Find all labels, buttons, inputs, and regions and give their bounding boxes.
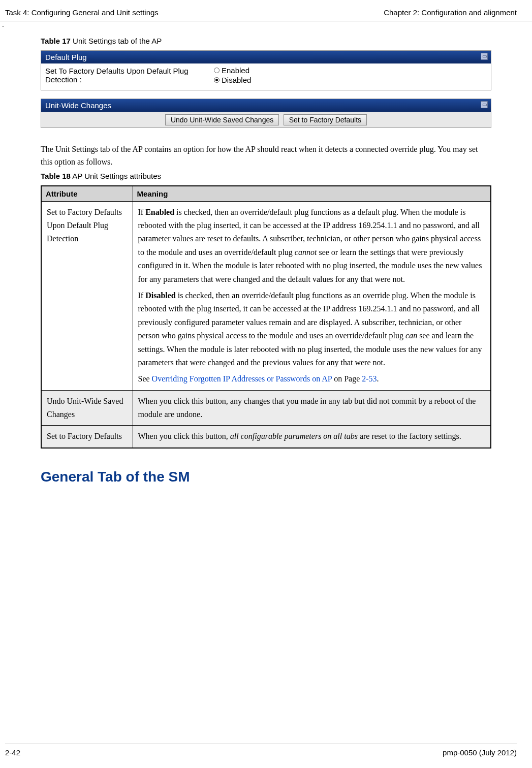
undo-button[interactable]: Undo Unit-Wide Saved Changes [165,114,279,125]
unit-wide-title: Unit-Wide Changes [45,101,111,110]
default-plug-panel: Default Plug ▭ Set To Factory Defaults U… [41,50,491,90]
section-heading: General Tab of the SM [41,469,491,485]
option-enabled[interactable]: Enabled [214,66,251,75]
table-row: Set to Factory Defaults When you click t… [41,426,491,448]
attr-cell: Set to Factory Defaults [41,426,133,448]
paragraph: If Disabled is checked, then an override… [138,289,486,369]
collapse-icon[interactable]: ▭ [481,53,488,60]
attr-cell: Undo Unit-Wide Saved Changes [41,390,133,426]
paragraph: When you click this button, all configur… [138,430,486,443]
table-row: Undo Unit-Wide Saved Changes When you cl… [41,390,491,426]
link-page[interactable]: 2-53 [362,374,377,383]
radio-icon [214,68,220,73]
page-header: Task 4: Configuring General and Unit set… [0,0,532,21]
table17-num: Table 17 [41,37,71,45]
dash: - [0,22,532,29]
header-attribute: Attribute [41,186,133,202]
page-footer: 2-42 pmp-0050 (July 2012) [5,744,517,757]
option-enabled-label: Enabled [222,66,249,75]
paragraph: See Overriding Forgotten IP Addresses or… [138,372,486,386]
table18-title: AP Unit Settings attributes [71,172,161,180]
meaning-cell: When you click this button, all configur… [133,426,491,448]
footer-page-number: 2-42 [5,748,20,757]
table-header-row: Attribute Meaning [41,186,491,202]
header-right: Chapter 2: Configuration and alignment [384,8,517,17]
attributes-table: Attribute Meaning Set to Factory Default… [41,185,491,449]
factory-defaults-options: Enabled Disabled [214,66,251,85]
table17-caption: Table 17 Unit Settings tab of the AP [41,37,491,45]
attr-cell: Set to Factory Defaults Upon Default Plu… [41,201,133,390]
link-overriding[interactable]: Overriding Forgotten IP Addresses or Pas… [152,374,332,383]
unit-wide-buttons: Undo Unit-Wide Saved Changes Set to Fact… [41,112,491,127]
collapse-icon[interactable]: ▭ [481,101,488,108]
intro-paragraph: The Unit Settings tab of the AP contains… [41,143,491,169]
option-disabled[interactable]: Disabled [214,75,251,85]
unit-wide-panel: Unit-Wide Changes ▭ Undo Unit-Wide Saved… [41,99,491,128]
meaning-cell: When you click this button, any changes … [133,390,491,426]
option-disabled-label: Disabled [222,76,251,84]
default-plug-title: Default Plug [45,53,87,61]
factory-defaults-row: Set To Factory Defaults Upon Default Plu… [45,66,487,85]
table18-caption: Table 18 AP Unit Settings attributes [41,172,491,180]
unit-wide-header: Unit-Wide Changes ▭ [41,99,491,112]
default-plug-header: Default Plug ▭ [41,51,491,63]
header-left: Task 4: Configuring General and Unit set… [5,8,159,17]
table17-title: Unit Settings tab of the AP [71,37,162,45]
default-plug-body: Set To Factory Defaults Upon Default Plu… [41,63,491,90]
paragraph: If Enabled is checked, then an override/… [138,206,486,286]
factory-defaults-button[interactable]: Set to Factory Defaults [284,114,367,125]
radio-icon [214,77,220,83]
table-row: Set to Factory Defaults Upon Default Plu… [41,201,491,390]
table18-num: Table 18 [41,172,71,180]
page-content: Table 17 Unit Settings tab of the AP Def… [0,29,532,485]
meaning-cell: If Enabled is checked, then an override/… [133,201,491,390]
factory-defaults-label: Set To Factory Defaults Upon Default Plu… [45,66,214,85]
header-meaning: Meaning [133,186,491,202]
footer-doc-id: pmp-0050 (July 2012) [443,748,517,757]
